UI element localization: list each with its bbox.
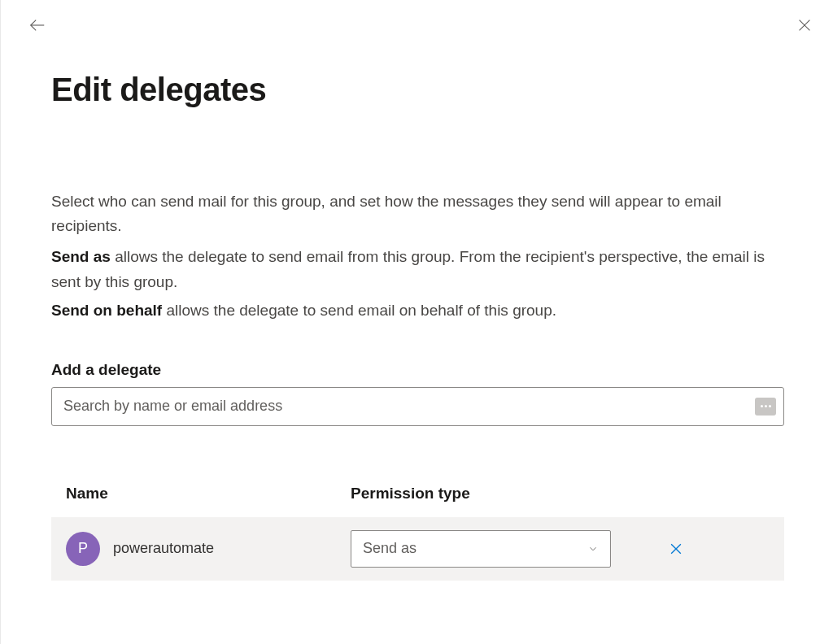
edit-delegates-panel: Edit delegates Select who can send mail … — [0, 0, 833, 644]
search-input[interactable] — [51, 387, 784, 426]
arrow-left-icon — [28, 16, 46, 34]
chevron-down-icon — [587, 543, 599, 555]
permission-select-value: Send as — [363, 540, 587, 557]
table-row: P powerautomate Send as — [51, 517, 784, 581]
permission-select[interactable]: Send as — [351, 530, 611, 568]
top-bar — [1, 0, 833, 39]
close-icon — [796, 16, 813, 34]
close-icon — [668, 541, 684, 557]
send-behalf-label: Send on behalf — [51, 302, 162, 319]
back-button[interactable] — [24, 11, 51, 39]
search-container — [51, 387, 784, 426]
permission-cell: Send as — [351, 530, 627, 568]
page-title: Edit delegates — [51, 72, 784, 108]
delegate-name: powerautomate — [113, 540, 214, 557]
avatar: P — [66, 532, 100, 566]
remove-delegate-button[interactable] — [663, 536, 689, 562]
name-cell: P powerautomate — [66, 532, 351, 566]
search-more-button[interactable] — [755, 398, 776, 416]
send-as-description: Send as allows the delegate to send emai… — [51, 244, 784, 295]
column-permission-header: Permission type — [351, 485, 627, 503]
column-action-header — [627, 485, 770, 503]
action-cell — [627, 536, 770, 562]
send-as-label: Send as — [51, 248, 111, 265]
dot-icon — [765, 405, 767, 407]
column-name-header: Name — [66, 485, 351, 503]
send-as-text: allows the delegate to send email from t… — [51, 248, 765, 290]
close-button[interactable] — [791, 11, 818, 39]
delegates-table: Name Permission type P powerautomate Sen… — [51, 485, 784, 581]
send-behalf-text: allows the delegate to send email on beh… — [162, 302, 556, 319]
dot-icon — [769, 405, 771, 407]
table-header: Name Permission type — [51, 485, 784, 517]
content-area: Edit delegates Select who can send mail … — [1, 39, 833, 581]
add-delegate-label: Add a delegate — [51, 361, 784, 379]
dot-icon — [761, 405, 763, 407]
intro-text: Select who can send mail for this group,… — [51, 189, 784, 239]
send-behalf-description: Send on behalf allows the delegate to se… — [51, 298, 784, 323]
